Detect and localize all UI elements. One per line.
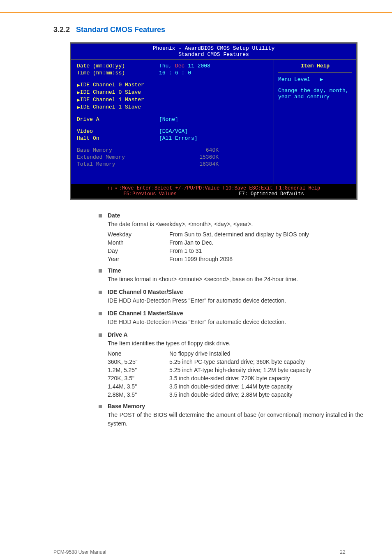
item-title: Drive A — [108, 331, 128, 338]
kv-key: None — [108, 350, 169, 357]
bios-screenshot: Phoenix - AwardBIOS CMOS Setup Utility S… — [70, 42, 357, 200]
ide1-slave: ▶ IDE Channel 1 Slave — [77, 104, 268, 111]
item-text: The Item identifies the types of floppy … — [108, 339, 363, 348]
drivea-value: [None] — [159, 116, 268, 123]
extmem-value: 15360K — [159, 154, 268, 160]
bios-header-line1: Phoenix - AwardBIOS CMOS Setup Utility — [71, 45, 356, 51]
item-title: Date — [108, 212, 120, 219]
kv-val: From Jan to Dec. — [169, 239, 363, 246]
item-text: IDE HDD Auto-Detection Press "Enter" for… — [108, 296, 363, 305]
kv-key: Month — [108, 239, 169, 246]
bios-header: Phoenix - AwardBIOS CMOS Setup Utility S… — [71, 44, 356, 59]
kv-table: WeekdayFrom Sun to Sat, determined and d… — [108, 231, 363, 262]
kv-val: From 1 to 31 — [169, 247, 363, 254]
kv-row: 1.2M, 5.25"5.25 inch AT-type high-densit… — [108, 367, 363, 373]
bullet-icon — [99, 333, 102, 337]
basemem-value: 640K — [159, 147, 268, 153]
item-title: IDE Channel 1 Master/Slave — [108, 310, 183, 317]
time-value: 16 : 6 : 0 — [159, 70, 268, 76]
bios-left-pane: Date (mm:dd:yy) Thu, Dec 11 2008 Time (h… — [71, 59, 274, 184]
menu-level: Menu Level ▶ — [278, 76, 352, 83]
item-title: Time — [108, 267, 121, 274]
drivea-label: Drive A — [77, 116, 159, 123]
kv-key: Year — [108, 256, 169, 262]
kv-row: WeekdayFrom Sun to Sat, determined and d… — [108, 231, 363, 238]
item-text: The times format in <hour> <minute> <sec… — [108, 275, 363, 284]
item-5: Base MemoryThe POST of the BIOS will det… — [99, 403, 363, 428]
section-heading: 3.2.2 Standard CMOS Features — [53, 25, 363, 34]
kv-val: 5.25 inch AT-type high-density drive; 1.… — [169, 367, 363, 373]
kv-val: No floppy drive installed — [169, 350, 363, 357]
item-text: The POST of the BIOS will determine the … — [108, 411, 363, 428]
kv-val: From Sun to Sat, determined and display … — [169, 231, 363, 238]
extmem-label: Extended Memory — [77, 154, 159, 160]
totmem-value: 16384K — [159, 161, 268, 167]
basemem-label: Base Memory — [77, 147, 159, 153]
footer-line2: F5:Previous Values F7: Optimized Default… — [75, 191, 352, 197]
kv-row: 720K, 3.5"3.5 inch double-sided drive; 7… — [108, 375, 363, 382]
kv-row: 1.44M, 3.5"3.5 inch double-sided drive; … — [108, 383, 363, 390]
item-3: IDE Channel 1 Master/SlaveIDE HDD Auto-D… — [99, 310, 363, 326]
section-number: 3.2.2 — [53, 25, 70, 34]
footer-page-number: 22 — [322, 549, 363, 555]
video-value: [EGA/VGA] — [159, 128, 268, 134]
video-label: Video — [77, 128, 159, 134]
ide0-master: ▶ IDE Channel 0 Master — [77, 82, 268, 88]
kv-row: NoneNo floppy drive installed — [108, 350, 363, 357]
kv-key: 1.44M, 3.5" — [108, 383, 169, 390]
item-4: Drive AThe Item identifies the types of … — [99, 331, 363, 398]
bullet-icon — [99, 214, 102, 217]
bullet-icon — [99, 269, 102, 273]
kv-key: 1.2M, 5.25" — [108, 367, 169, 373]
kv-key: 360K, 5.25" — [108, 358, 169, 365]
halton-label: Halt On — [77, 135, 159, 141]
section-title: Standard CMOS Features — [76, 25, 165, 34]
ide0-slave: ▶ IDE Channel 0 Slave — [77, 89, 268, 96]
footer-left: PCM-9588 User Manual — [53, 549, 322, 555]
page-footer: PCM-9588 User Manual 22 — [53, 549, 363, 555]
kv-key: Weekday — [108, 231, 169, 238]
item-text: The date format is <weekday>, <month>, <… — [108, 220, 363, 229]
kv-row: MonthFrom Jan to Dec. — [108, 239, 363, 246]
kv-row: YearFrom 1999 through 2098 — [108, 256, 363, 262]
footer-line1: ↑↓→←:Move Enter:Select +/-/PU/PD:Value F… — [75, 185, 352, 191]
totmem-label: Total Memory — [77, 161, 159, 167]
kv-row: 2.88M, 3.5"3.5 inch double-sided drive; … — [108, 391, 363, 398]
kv-key: Day — [108, 247, 169, 254]
kv-key: 720K, 3.5" — [108, 375, 169, 382]
kv-val: 3.5 inch double-sided drive; 2.88M byte … — [169, 391, 363, 398]
kv-val: 3.5 inch double-sided drive; 1.44M byte … — [169, 383, 363, 390]
bullet-icon — [99, 312, 102, 315]
kv-table: NoneNo floppy drive installed360K, 5.25"… — [108, 350, 363, 398]
bullet-icon — [99, 405, 102, 408]
halton-value: [All Errors] — [159, 135, 268, 141]
date-label: Date (mm:dd:yy) — [77, 63, 159, 69]
item-help-title: Item Help — [278, 63, 352, 69]
kv-val: 5.25 inch PC-type standard drive; 360K b… — [169, 358, 363, 365]
item-2: IDE Channel 0 Master/SlaveIDE HDD Auto-D… — [99, 289, 363, 305]
help-text: Change the day, month, year and century — [278, 88, 352, 100]
kv-key: 2.88M, 3.5" — [108, 391, 169, 398]
date-value: Thu, Dec 11 2008 — [159, 63, 268, 69]
item-title: Base Memory — [108, 403, 145, 409]
bullet-icon — [99, 291, 102, 294]
kv-val: From 1999 through 2098 — [169, 256, 363, 262]
bios-help-pane: Item Help Menu Level ▶ Change the day, m… — [274, 59, 356, 184]
item-title: IDE Channel 0 Master/Slave — [108, 289, 183, 295]
arrow-icon: ▶ — [320, 76, 323, 83]
time-label: Time (hh:mm:ss) — [77, 70, 159, 76]
item-text: IDE HDD Auto-Detection Press "Enter" for… — [108, 318, 363, 326]
kv-row: 360K, 5.25"5.25 inch PC-type standard dr… — [108, 358, 363, 365]
kv-row: DayFrom 1 to 31 — [108, 247, 363, 254]
item-1: TimeThe times format in <hour> <minute> … — [99, 267, 363, 284]
bios-footer: ↑↓→←:Move Enter:Select +/-/PU/PD:Value F… — [71, 184, 356, 199]
kv-val: 3.5 inch double-sided drive; 720K byte c… — [169, 375, 363, 382]
item-0: DateThe date format is <weekday>, <month… — [99, 212, 363, 262]
ide1-master: ▶ IDE Channel 1 Master — [77, 97, 268, 103]
bios-header-line2: Standard CMOS Features — [71, 51, 356, 58]
